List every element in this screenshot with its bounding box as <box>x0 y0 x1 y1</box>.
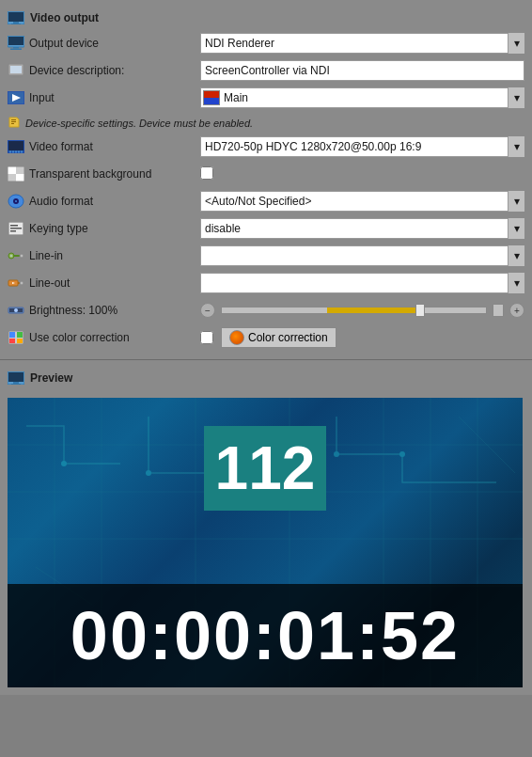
color-correction-label: Use color correction <box>29 331 130 344</box>
svg-rect-26 <box>8 174 16 181</box>
video-number: 112 <box>215 434 316 503</box>
device-desc-icon <box>8 62 24 79</box>
output-device-control: NDI Renderer ▾ <box>200 33 524 54</box>
brightness-minus-btn[interactable]: − <box>200 303 215 318</box>
keying-type-select[interactable]: disable <box>200 218 524 239</box>
input-control: Main ▾ <box>200 87 524 108</box>
brightness-label: Brightness: 100% <box>29 304 117 317</box>
video-format-label-group: Video format <box>8 138 200 155</box>
device-desc-input[interactable] <box>200 60 524 81</box>
brightness-control: − + <box>200 303 524 318</box>
keying-type-row: Keying type disable ▾ <box>8 217 524 240</box>
line-in-label-group: Line-in <box>8 247 200 264</box>
transparent-bg-icon <box>8 166 24 182</box>
preview-video: 112 00:00:01:52 <box>8 398 523 687</box>
video-output-icon <box>8 9 24 26</box>
svg-rect-56 <box>11 384 21 385</box>
input-row: Input Main ▾ <box>8 87 524 109</box>
svg-rect-49 <box>9 332 15 338</box>
output-device-label-group: Output device <box>8 35 200 52</box>
video-format-row: Video format HD720-50p HDYC 1280x720@50.… <box>8 135 524 158</box>
svg-point-43 <box>20 281 23 285</box>
timecode-display: 00:00:01:52 <box>70 597 460 674</box>
svg-rect-34 <box>10 225 18 227</box>
line-out-label: Line-out <box>29 276 70 290</box>
video-output-panel: Video output Output device NDI Renderer … <box>0 0 532 360</box>
svg-rect-36 <box>10 230 16 232</box>
video-output-header: Video output <box>8 6 524 32</box>
color-correction-control: Color correction <box>200 327 524 348</box>
line-out-select[interactable] <box>200 273 524 293</box>
input-label-group: Input <box>8 89 200 106</box>
svg-rect-6 <box>13 47 19 49</box>
output-device-select[interactable]: NDI Renderer <box>200 33 524 54</box>
brightness-row: Brightness: 100% − + <box>8 299 524 322</box>
svg-rect-24 <box>8 166 16 174</box>
audio-format-row: Audio format <Auto/Not Specified> ▾ <box>8 190 524 213</box>
brightness-thumb[interactable] <box>415 304 425 317</box>
line-in-label: Line-in <box>29 249 63 262</box>
audio-format-control: <Auto/Not Specified> ▾ <box>200 191 524 212</box>
transparent-bg-control <box>200 166 524 182</box>
svg-point-40 <box>20 254 23 258</box>
audio-format-label: Audio format <box>29 195 93 208</box>
device-note: Device-specific settings. Device must be… <box>8 114 524 135</box>
svg-rect-3 <box>11 24 21 24</box>
device-desc-label-group: Device description: <box>8 62 200 79</box>
brightness-flag <box>493 304 504 317</box>
input-value: Main <box>224 91 248 104</box>
svg-rect-22 <box>18 151 20 153</box>
svg-rect-35 <box>10 228 22 229</box>
svg-point-39 <box>10 255 13 258</box>
color-correction-icon <box>8 329 24 346</box>
keying-type-label-group: Keying type <box>8 220 200 237</box>
video-format-icon <box>8 138 24 155</box>
svg-rect-52 <box>17 339 23 343</box>
output-device-icon <box>8 35 24 52</box>
note-icon <box>8 116 21 131</box>
svg-rect-11 <box>10 77 22 78</box>
line-out-label-group: Line-out <box>8 275 200 292</box>
timecode-bar: 00:00:01:52 <box>8 584 523 687</box>
transparent-bg-checkbox[interactable] <box>200 166 213 180</box>
video-format-select[interactable]: HD720-50p HDYC 1280x720@50.00p 16:9 <box>200 136 524 157</box>
device-desc-control <box>200 60 524 81</box>
keying-type-control: disable ▾ <box>200 218 524 239</box>
output-device-label: Output device <box>29 37 99 50</box>
svg-rect-18 <box>8 141 23 150</box>
keying-type-icon <box>8 220 24 237</box>
color-correction-btn-icon <box>229 330 244 345</box>
brightness-slider[interactable] <box>221 307 487 314</box>
device-note-text: Device-specific settings. Device must be… <box>25 118 253 129</box>
video-output-title: Video output <box>30 11 99 24</box>
transparent-bg-row: Transparent background <box>8 163 524 185</box>
input-flag-icon <box>203 90 220 105</box>
color-correction-checkbox[interactable] <box>200 331 213 344</box>
video-format-label: Video format <box>29 140 93 153</box>
input-display: Main <box>200 87 524 108</box>
video-format-control: HD720-50p HDYC 1280x720@50.00p 16:9 ▾ <box>200 136 524 157</box>
brightness-plus-btn[interactable]: + <box>509 303 524 318</box>
svg-rect-10 <box>13 75 19 77</box>
svg-rect-51 <box>9 339 15 343</box>
line-out-control: ▾ <box>200 273 524 293</box>
line-out-icon <box>8 275 24 292</box>
svg-rect-1 <box>8 12 23 22</box>
color-correction-btn-label: Color correction <box>248 331 328 344</box>
line-in-control: ▾ <box>200 245 524 266</box>
transparent-bg-label-group: Transparent background <box>8 166 200 182</box>
svg-rect-50 <box>17 332 23 338</box>
video-number-box: 112 <box>204 426 326 511</box>
svg-rect-21 <box>15 151 17 153</box>
preview-header: Preview <box>8 366 524 392</box>
preview-icon <box>8 370 24 386</box>
audio-format-icon <box>8 193 24 210</box>
line-in-select[interactable] <box>200 245 524 266</box>
svg-point-47 <box>14 308 18 312</box>
svg-point-68 <box>61 461 67 466</box>
transparent-bg-label: Transparent background <box>29 167 151 181</box>
color-correction-label-group: Use color correction <box>8 329 200 346</box>
color-correction-button[interactable]: Color correction <box>221 327 336 348</box>
svg-rect-2 <box>13 22 19 24</box>
audio-format-select[interactable]: <Auto/Not Specified> <box>200 191 524 212</box>
